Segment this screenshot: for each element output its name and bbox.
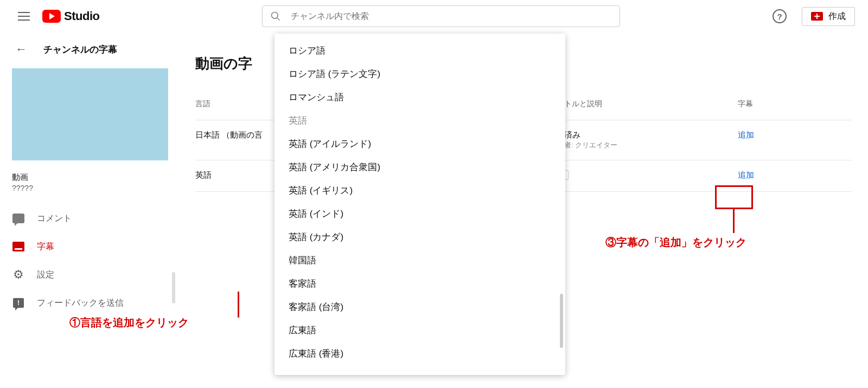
gear-icon: ⚙ [12,268,25,281]
sidebar-video-name: ????? [0,183,179,204]
sidebar-item-label: 設定 [37,269,54,281]
dropdown-option[interactable]: ロシア語 [275,39,565,62]
svg-line-1 [277,18,280,21]
cell-status: 済み 者: クリエイター [564,130,738,150]
header-bar: Studio ? 作成 [0,0,868,33]
sidebar-item-label: 字幕 [37,241,54,253]
dropdown-scrollbar[interactable] [560,294,563,348]
dropdown-option[interactable]: 英語 [275,109,565,132]
language-dropdown[interactable]: ロシア語ロシア語 (ラテン文字)ロマンシュ語英語英語 (アイルランド)英語 (ア… [275,34,565,375]
sidebar-item-feedback[interactable]: ! フィードバックを送信 [0,289,179,317]
search-field[interactable] [262,5,620,27]
feedback-icon: ! [12,296,25,309]
sidebar-item-label: コメント [37,213,72,224]
sidebar-item-comments[interactable]: コメント [0,204,179,232]
comment-icon [12,212,25,225]
dropdown-option[interactable]: 広東語 (香港) [275,342,565,365]
annotation-connector-3 [733,209,735,233]
dropdown-option[interactable]: ロシア語 (ラテン文字) [275,62,565,86]
video-thumbnail[interactable] [12,68,168,160]
back-arrow-icon[interactable]: ← [15,42,27,56]
dropdown-option[interactable]: 客家語 [275,272,565,295]
annotation-3: ③字幕の「追加」をクリック [605,235,746,250]
create-plus-icon [811,12,823,21]
subtitle-add-link[interactable]: 追加 [738,130,754,139]
dropdown-option[interactable]: 英語 (アメリカ合衆国) [275,156,565,179]
dropdown-option[interactable]: 英語 (イギリス) [275,179,565,202]
sidebar-scrollbar[interactable] [172,272,175,303]
dropdown-option[interactable]: 英語 (カナダ) [275,225,565,249]
dropdown-option[interactable]: 客家語 (台湾) [275,295,565,319]
column-title-desc: トルと説明 [564,99,738,109]
sidebar-video-heading: 動画 [0,172,179,183]
column-subtitle: 字幕 [738,99,852,109]
dropdown-option[interactable]: 広東語 [275,319,565,342]
sidebar: ← チャンネルの字幕 動画 ????? コメント 字幕 ⚙ 設定 ! フィードバ… [0,33,179,388]
create-button[interactable]: 作成 [802,7,855,26]
dropdown-option[interactable]: 韓国語 [275,249,565,272]
dropdown-option[interactable]: 英語 (アイルランド) [275,132,565,156]
subtitles-icon [12,240,25,253]
dropdown-option[interactable]: ロマンシュ語 [275,86,565,109]
subtitle-add-link[interactable]: 追加 [738,170,754,179]
logo-text: Studio [64,9,99,23]
dropdown-option[interactable]: 英語 (インド) [275,202,565,225]
sidebar-item-settings[interactable]: ⚙ 設定 [0,261,179,289]
sidebar-item-label: フィードバックを送信 [37,298,124,309]
search-input[interactable] [291,11,612,21]
studio-logo[interactable]: Studio [42,9,99,23]
search-icon [270,11,281,22]
annotation-box-3 [715,185,753,209]
create-button-label: 作成 [828,11,846,22]
youtube-play-icon [42,10,61,23]
sidebar-title: チャンネルの字幕 [43,43,117,56]
svg-point-0 [272,12,278,19]
hamburger-menu-button[interactable] [13,5,35,27]
cell-status [564,170,738,182]
annotation-1: ①言語を追加をクリック [69,315,189,330]
sidebar-item-subtitles[interactable]: 字幕 [0,232,179,261]
annotation-connector-1 [238,292,239,318]
help-icon[interactable]: ? [773,9,787,23]
